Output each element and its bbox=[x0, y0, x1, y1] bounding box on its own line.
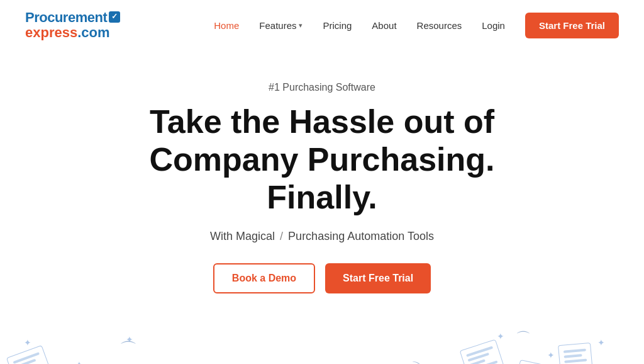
hero-title-line1: Take the Hassle out of bbox=[150, 103, 494, 140]
nav-resources[interactable]: Resources bbox=[417, 20, 462, 31]
logo-bottom: express.com bbox=[25, 25, 120, 40]
nav-about[interactable]: About bbox=[372, 20, 396, 31]
sparkle-2: ✦ bbox=[75, 360, 83, 364]
logo-text-top: Procurement bbox=[25, 9, 107, 25]
nav-home[interactable]: Home bbox=[214, 20, 239, 31]
hero-buttons: Book a Demo Start Free Trial bbox=[213, 263, 431, 293]
logo-e: e bbox=[25, 25, 33, 40]
paper-11 bbox=[558, 343, 594, 364]
hero-section: #1 Purchasing Software Take the Hassle o… bbox=[0, 50, 644, 325]
sparkle-6: ✦ bbox=[597, 338, 605, 348]
logo-checkmark-icon bbox=[109, 11, 120, 23]
logo-dotcom: .com bbox=[77, 25, 109, 40]
sparkle-4: ✦ bbox=[497, 331, 504, 341]
navbar: Procurement express.com Home Features ▾ … bbox=[0, 0, 644, 50]
nav-login[interactable]: Login bbox=[482, 20, 505, 31]
curl-1: ⌒ bbox=[119, 338, 137, 361]
book-demo-button[interactable]: Book a Demo bbox=[213, 263, 315, 293]
nav-links: Home Features ▾ Pricing About Resources … bbox=[214, 13, 619, 38]
paper-9 bbox=[460, 339, 509, 364]
wave-illustration: ✦ ✦ ✦ ✦ ✦ ✦ ✦ ✦ ⌒ ⌒ ⌒ bbox=[0, 325, 644, 364]
logo-xpress: xpress bbox=[33, 25, 77, 40]
nav-features[interactable]: Features ▾ bbox=[259, 20, 303, 31]
nav-pricing[interactable]: Pricing bbox=[323, 20, 352, 31]
hero-tagline-right: Purchasing Automation Tools bbox=[288, 230, 434, 243]
logo[interactable]: Procurement express.com bbox=[25, 10, 120, 40]
hero-tagline-left: With Magical bbox=[210, 230, 275, 243]
logo-top: Procurement bbox=[25, 10, 120, 25]
curl-3: ⌒ bbox=[406, 358, 425, 364]
sparkle-1: ✦ bbox=[24, 338, 31, 348]
sparkle-5: ✦ bbox=[547, 350, 555, 360]
hero-subtitle: #1 Purchasing Software bbox=[269, 82, 375, 93]
nav-features-label: Features bbox=[259, 20, 296, 31]
hero-title-line2: Company Purchasing. Finally. bbox=[150, 141, 495, 215]
hero-title: Take the Hassle out of Company Purchasin… bbox=[102, 103, 542, 216]
chevron-down-icon: ▾ bbox=[299, 21, 303, 30]
nav-start-trial-button[interactable]: Start Free Trial bbox=[525, 13, 619, 38]
paper-1 bbox=[6, 345, 57, 364]
curl-2: ⌒ bbox=[516, 328, 531, 348]
start-trial-button[interactable]: Start Free Trial bbox=[325, 263, 431, 293]
tagline-slash: / bbox=[280, 230, 283, 243]
hero-tagline: With Magical / Purchasing Automation Too… bbox=[210, 230, 434, 243]
